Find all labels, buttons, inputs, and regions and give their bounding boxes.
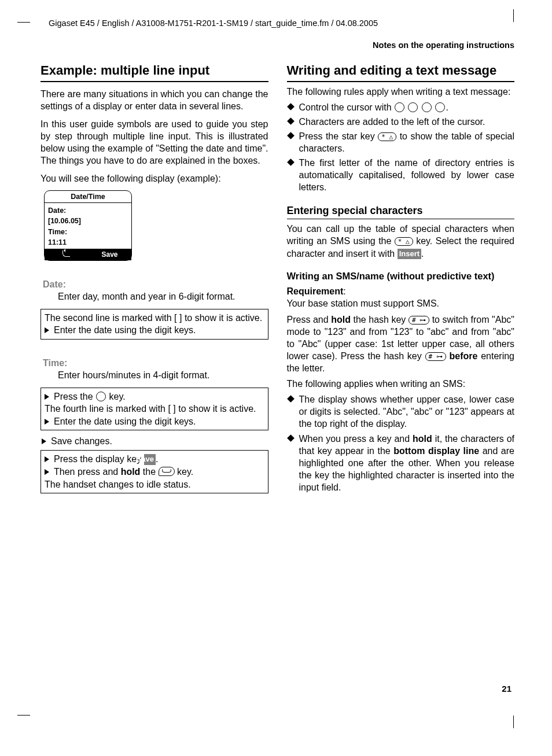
hash-key-icon: # ⊶	[425, 352, 446, 361]
instruction-box: Press the key. The fourth line is marked…	[41, 388, 268, 431]
instruction-step: Press the key.	[54, 390, 264, 403]
requirement-label: Requirement	[287, 286, 344, 296]
subsection-heading: Entering special characters	[287, 205, 515, 219]
crop-mark	[17, 22, 30, 23]
nav-key-icon	[435, 102, 445, 112]
triangle-icon	[45, 469, 49, 475]
display-title: Date/Time	[45, 191, 131, 203]
nav-key-icon	[422, 102, 432, 112]
paragraph: The following applies when writing an SM…	[287, 378, 515, 390]
running-header: Notes on the operating instructions	[41, 40, 514, 50]
header-path: Gigaset E45 / English / A31008-M1751-R20…	[49, 19, 514, 28]
list-item: When you press a key and hold it, the ch…	[287, 433, 515, 494]
nav-key-icon	[395, 102, 404, 112]
end-call-key-icon	[159, 467, 175, 476]
nav-key-icon	[96, 392, 106, 401]
paragraph: You can call up the table of special cha…	[287, 223, 515, 259]
instruction-step: Save changes.	[42, 436, 268, 447]
save-softkey-label: Save	[144, 454, 156, 465]
triangle-icon	[42, 438, 46, 444]
instruction-step: Enter the date using the digit keys.	[54, 324, 264, 337]
section-heading: Writing and editing a text message	[287, 62, 515, 82]
instruction-text: The fourth line is marked with [ ] to sh…	[45, 403, 264, 415]
page-number: 21	[502, 684, 511, 694]
diamond-icon	[287, 117, 295, 125]
star-key-icon: * △	[378, 132, 396, 141]
triangle-icon	[45, 419, 49, 425]
diamond-icon	[287, 132, 295, 139]
paragraph: The following rules apply when writing a…	[287, 86, 515, 98]
field-description: Enter hours/minutes in 4-digit format.	[58, 370, 268, 382]
display-body: Date: [10.06.05] Time: 11:11	[45, 203, 131, 249]
display-line: Time:	[48, 227, 128, 237]
paragraph: Press and hold the hash key # ⊶ to switc…	[287, 314, 515, 375]
instruction-box: Press the display key Save. Then press a…	[41, 450, 268, 493]
instruction-box: The second line is marked with [ ] to sh…	[41, 309, 268, 340]
display-line: Date:	[48, 205, 128, 216]
save-softkey: Save	[88, 249, 131, 260]
list-item: The first letter of the name of director…	[287, 157, 515, 193]
instruction-step: Then press and hold the key.	[54, 466, 264, 478]
triangle-icon	[45, 327, 49, 333]
bullet-list: The display shows whether upper case, lo…	[287, 393, 515, 493]
display-line: [10.06.05]	[48, 216, 128, 226]
content-columns: Example: multiple line input There are m…	[41, 60, 514, 497]
triangle-icon	[45, 456, 49, 462]
diamond-icon	[287, 434, 295, 442]
crop-mark	[513, 9, 514, 22]
list-item: The display shows whether upper case, lo…	[287, 393, 515, 430]
right-column: Writing and editing a text message The f…	[287, 60, 515, 497]
field-label: Date:	[43, 279, 268, 290]
field-description: Enter day, month and year in 6-digit for…	[58, 291, 268, 303]
hash-key-icon: # ⊶	[409, 316, 429, 324]
crop-mark	[513, 716, 514, 728]
crop-mark	[17, 715, 30, 716]
document-page: Gigaset E45 / English / A31008-M1751-R20…	[0, 0, 552, 756]
field-label: Time:	[43, 358, 268, 368]
instruction-text: The handset changes to idle status.	[45, 478, 264, 491]
insert-softkey-label: Insert	[398, 249, 421, 259]
triangle-icon	[45, 394, 49, 400]
instruction-step: Press the display key Save.	[54, 453, 264, 466]
paragraph: You will see the following display (exam…	[41, 172, 268, 185]
back-softkey	[45, 249, 88, 260]
star-key-icon: * △	[395, 237, 413, 246]
instruction-text: The second line is marked with [ ] to sh…	[45, 312, 264, 324]
list-item: Characters are added to the left of the …	[287, 116, 515, 128]
instruction-step: Enter the date using the digit keys.	[54, 415, 264, 428]
phone-display: Date/Time Date: [10.06.05] Time: 11:11 S…	[44, 190, 132, 261]
diamond-icon	[287, 158, 295, 166]
list-item: Control the cursor with .	[287, 101, 515, 113]
list-item: Press the star key * △ to show the table…	[287, 130, 515, 154]
paragraph: There are many situations in which you c…	[41, 88, 268, 112]
nav-key-icon	[408, 102, 418, 112]
paragraph: In this user guide symbols are used to g…	[41, 118, 268, 167]
paragraph: Requirement:Your base station must suppo…	[287, 285, 515, 309]
section-heading: Example: multiple line input	[41, 62, 268, 82]
left-column: Example: multiple line input There are m…	[41, 60, 268, 497]
display-line: 11:11	[48, 237, 128, 248]
bullet-list: Control the cursor with . Characters are…	[287, 101, 515, 194]
back-icon	[62, 250, 70, 257]
diamond-icon	[287, 103, 295, 110]
diamond-icon	[287, 395, 295, 403]
display-softkeys: Save	[45, 249, 131, 260]
subsubsection-heading: Writing an SMS/name (without predictive …	[287, 270, 515, 282]
